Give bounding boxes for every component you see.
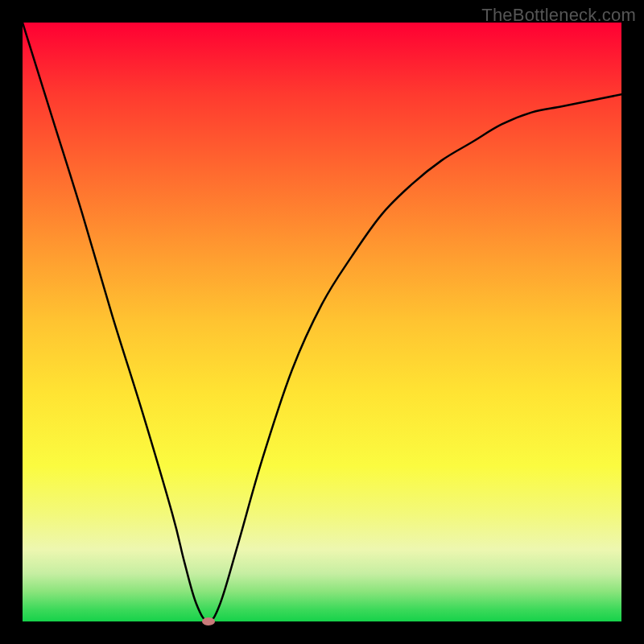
optimum-marker — [202, 617, 215, 625]
curve-svg — [23, 23, 621, 621]
bottleneck-chart: TheBottleneck.com — [0, 0, 644, 644]
watermark-text: TheBottleneck.com — [481, 5, 636, 26]
bottleneck-curve-path — [23, 23, 621, 621]
plot-area — [23, 23, 621, 621]
